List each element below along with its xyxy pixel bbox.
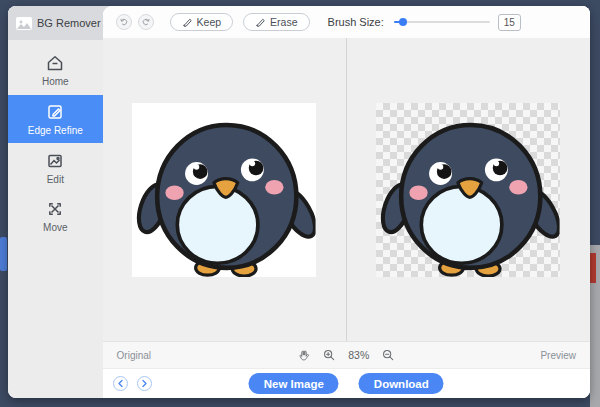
footer-action-buttons: New Image Download (249, 373, 444, 394)
preview-image-transparent[interactable] (376, 103, 560, 277)
preview-panel[interactable] (347, 38, 590, 341)
download-button[interactable]: Download (359, 373, 444, 394)
original-image[interactable] (132, 103, 316, 277)
sidebar-item-label: Edit (47, 174, 64, 185)
brush-icon (182, 17, 193, 27)
main-area: Keep Erase Brush Size: 15 (103, 6, 590, 398)
original-label: Original (117, 350, 151, 361)
magnifier-plus-icon (323, 349, 335, 361)
sidebar-item-edge-refine[interactable]: Edge Refine (8, 95, 111, 143)
brush-size-value[interactable]: 15 (498, 14, 521, 31)
photo-icon (45, 151, 65, 171)
slider-thumb[interactable] (399, 18, 407, 26)
sidebar: BG Remover Home Edge Refine Edit Move (8, 6, 111, 398)
app-logo-header: BG Remover (8, 6, 111, 40)
preview-label: Preview (540, 350, 576, 361)
sidebar-item-edit[interactable]: Edit (8, 145, 111, 191)
background-window-artifact-left (0, 237, 7, 271)
sidebar-item-home[interactable]: Home (8, 47, 111, 93)
brush-size-label: Brush Size: (328, 16, 384, 28)
app-title: BG Remover (37, 17, 101, 29)
hand-icon (298, 349, 310, 362)
sidebar-item-label: Home (42, 76, 69, 87)
penguin-illustration (376, 103, 560, 277)
keep-button[interactable]: Keep (170, 13, 234, 31)
edit-pen-icon (45, 102, 65, 122)
pan-hand-button[interactable] (298, 349, 310, 362)
sidebar-item-label: Move (43, 222, 67, 233)
zoom-in-button[interactable] (323, 349, 335, 361)
sidebar-item-label: Edge Refine (28, 125, 83, 136)
footer-bar: New Image Download (103, 368, 590, 398)
home-icon (45, 53, 65, 73)
next-image-button[interactable] (137, 376, 152, 391)
move-arrows-icon (45, 199, 65, 219)
toolbar: Keep Erase Brush Size: 15 (103, 6, 590, 38)
redo-arrow-icon (141, 17, 151, 27)
original-panel[interactable] (103, 38, 346, 341)
undo-arrow-icon (119, 17, 129, 27)
zoom-controls: 83% (298, 349, 394, 362)
app-window: BG Remover Home Edge Refine Edit Move (8, 6, 590, 398)
canvas-area (103, 38, 590, 341)
magnifier-minus-icon (382, 349, 394, 361)
zoom-out-button[interactable] (382, 349, 394, 361)
sidebar-item-move[interactable]: Move (8, 193, 111, 239)
new-image-button[interactable]: New Image (249, 373, 339, 394)
chevron-left-icon (117, 379, 124, 388)
desktop-frame: BG Remover Home Edge Refine Edit Move (0, 0, 600, 407)
status-bar: Original 83% Preview (103, 341, 590, 368)
erase-button[interactable]: Erase (243, 13, 309, 31)
undo-button[interactable] (116, 14, 132, 30)
app-logo-icon (16, 17, 32, 30)
sidebar-nav: Home Edge Refine Edit Move (8, 47, 111, 241)
redo-button[interactable] (138, 14, 154, 30)
zoom-level: 83% (348, 349, 369, 361)
erase-button-label: Erase (270, 16, 297, 28)
chevron-right-icon (141, 379, 148, 388)
brush-icon (255, 17, 266, 27)
background-window-artifact-red (590, 253, 596, 283)
keep-button-label: Keep (197, 16, 222, 28)
penguin-illustration (132, 103, 316, 277)
previous-image-button[interactable] (113, 376, 128, 391)
slider-track[interactable] (394, 21, 490, 23)
brush-size-slider[interactable] (394, 15, 490, 29)
